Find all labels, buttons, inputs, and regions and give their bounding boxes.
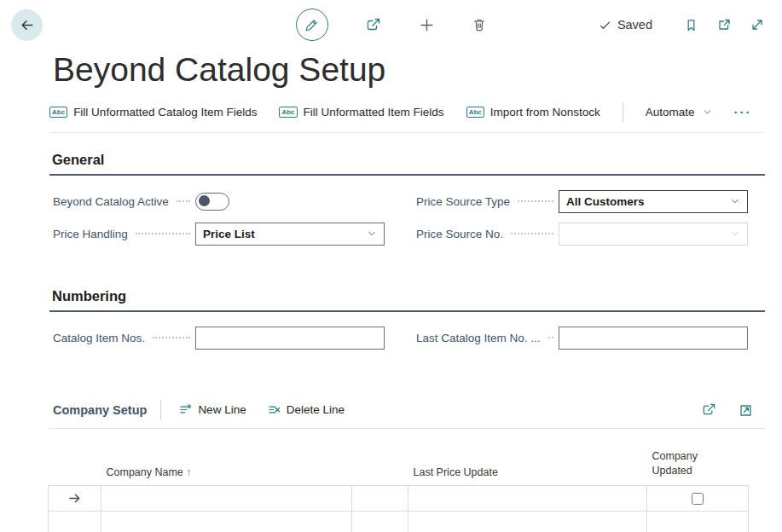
bookmark-icon xyxy=(684,18,698,32)
field-price-handling: Price Handling Price List xyxy=(53,223,385,246)
row-selector-cell xyxy=(49,511,101,532)
catalog-item-nos-input[interactable] xyxy=(195,327,385,350)
chevron-down-icon xyxy=(703,107,712,117)
action-bar-divider xyxy=(623,103,623,122)
top-command-bar: Saved xyxy=(0,0,782,49)
company-updated-checkbox[interactable] xyxy=(692,493,704,505)
company-setup-header-bar: Company Setup New Line Delete Line xyxy=(49,393,765,429)
last-price-update-cell[interactable] xyxy=(408,485,647,511)
new-record-button[interactable] xyxy=(419,17,435,33)
field-beyond-catalog-active: Beyond Catalog Active xyxy=(53,190,385,213)
new-line-icon xyxy=(178,402,193,417)
table-row xyxy=(49,485,749,511)
company-name-cell[interactable] xyxy=(101,511,352,532)
row-selector-cell xyxy=(49,485,101,511)
action-fill-unformatted-catalog-item-fields[interactable]: Abc Fill Unformatted Catalog Item Fields xyxy=(49,106,257,119)
section-header-general: General xyxy=(49,152,765,176)
chevron-down-icon xyxy=(730,196,740,206)
pencil-icon xyxy=(304,18,319,32)
field-catalog-item-nos: Catalog Item Nos. xyxy=(53,327,385,350)
abc-field-icon: Abc xyxy=(279,107,297,118)
price-source-type-label: Price Source Type xyxy=(416,195,510,208)
dotted-leader xyxy=(177,200,190,202)
automate-label: Automate xyxy=(646,106,695,119)
delete-record-button[interactable] xyxy=(472,17,487,32)
action-import-from-nonstock[interactable]: Abc Import from Nonstock xyxy=(466,106,600,119)
automate-menu-button[interactable]: Automate xyxy=(646,106,712,119)
delete-line-icon xyxy=(267,402,281,417)
open-in-window-button[interactable] xyxy=(716,17,732,32)
dotted-leader xyxy=(511,233,553,234)
action-label: Fill Unformatted Catalog Item Fields xyxy=(73,106,257,119)
record-actions-group xyxy=(296,9,487,41)
price-source-type-select[interactable]: All Customers xyxy=(559,190,748,213)
open-in-window-icon xyxy=(716,17,732,32)
save-status-label: Saved xyxy=(617,18,652,32)
company-updated-cell xyxy=(647,485,749,511)
plus-icon xyxy=(419,17,435,33)
spacer-column-header xyxy=(352,437,408,485)
chevron-down-icon xyxy=(730,228,740,239)
column-header-company-updated[interactable]: Company Updated xyxy=(647,437,749,485)
action-fill-unformatted-item-fields[interactable]: Abc Fill Unformatted Item Fields xyxy=(279,106,443,119)
bookmark-button[interactable] xyxy=(684,18,698,32)
expand-button[interactable] xyxy=(750,17,765,32)
grid-share-button[interactable] xyxy=(701,402,717,418)
last-catalog-item-no-input[interactable] xyxy=(559,327,748,350)
trash-icon xyxy=(472,17,487,32)
toggle-knob xyxy=(199,195,210,206)
action-bar: Abc Fill Unformatted Catalog Item Fields… xyxy=(49,98,765,133)
abc-field-icon: Abc xyxy=(466,107,484,118)
price-handling-value: Price List xyxy=(203,228,255,240)
share-button[interactable] xyxy=(365,16,382,33)
action-label: Import from Nonstock xyxy=(490,106,600,119)
check-icon xyxy=(599,19,611,32)
dotted-leader xyxy=(548,337,553,338)
column-header-company-name[interactable]: Company Name ↑ xyxy=(101,437,352,485)
dotted-leader xyxy=(136,233,190,234)
edit-button[interactable] xyxy=(296,9,328,41)
column-header-last-price-update[interactable]: Last Price Update xyxy=(408,437,647,485)
field-price-source-type: Price Source Type All Customers xyxy=(416,190,748,213)
chevron-down-icon xyxy=(367,228,377,239)
more-options-icon[interactable]: ··· xyxy=(734,105,752,119)
current-row-arrow-icon xyxy=(67,491,82,506)
last-price-update-cell[interactable] xyxy=(408,511,647,532)
focus-mode-button[interactable] xyxy=(738,402,753,418)
price-source-no-label: Price Source No. xyxy=(416,228,503,240)
spacer-cell xyxy=(352,511,408,532)
company-name-cell[interactable] xyxy=(101,485,352,511)
section-header-numbering: Numbering xyxy=(49,288,765,312)
back-arrow-icon xyxy=(19,17,35,33)
expand-diagonal-icon xyxy=(750,17,765,32)
catalog-item-nos-label: Catalog Item Nos. xyxy=(53,332,145,344)
beyond-catalog-active-toggle[interactable] xyxy=(195,193,229,211)
new-line-label: New Line xyxy=(198,403,246,416)
focus-mode-icon xyxy=(738,402,753,418)
back-button[interactable] xyxy=(11,9,43,41)
last-catalog-item-no-label: Last Catalog Item No. ... xyxy=(416,332,541,344)
table-row xyxy=(49,511,749,532)
action-label: Fill Unformatted Item Fields xyxy=(304,106,444,119)
abc-field-icon: Abc xyxy=(49,107,67,118)
save-status: Saved xyxy=(599,18,652,32)
delete-line-button[interactable]: Delete Line xyxy=(267,402,345,417)
dotted-leader xyxy=(153,337,190,338)
selector-column-header xyxy=(49,437,101,485)
field-price-source-no: Price Source No. xyxy=(416,223,748,246)
company-setup-title: Company Setup xyxy=(49,403,147,417)
beyond-catalog-setup-page: Saved Beyond Catalog Setup Abc xyxy=(0,0,782,532)
price-source-type-value: All Customers xyxy=(566,195,645,208)
price-handling-select[interactable]: Price List xyxy=(195,223,385,246)
table-header-row: Company Name ↑ Last Price Update Company… xyxy=(49,437,749,485)
window-controls-group: Saved xyxy=(599,17,765,32)
general-fields: Beyond Catalog Active Price Source Type … xyxy=(53,190,748,246)
spacer-cell xyxy=(352,485,408,511)
numbering-fields: Catalog Item Nos. Last Catalog Item No. … xyxy=(53,327,748,350)
new-line-button[interactable]: New Line xyxy=(178,402,246,417)
share-icon xyxy=(365,16,382,33)
share-icon xyxy=(701,402,717,418)
price-handling-label: Price Handling xyxy=(53,228,128,240)
company-updated-cell xyxy=(647,511,749,532)
delete-line-label: Delete Line xyxy=(287,403,345,416)
